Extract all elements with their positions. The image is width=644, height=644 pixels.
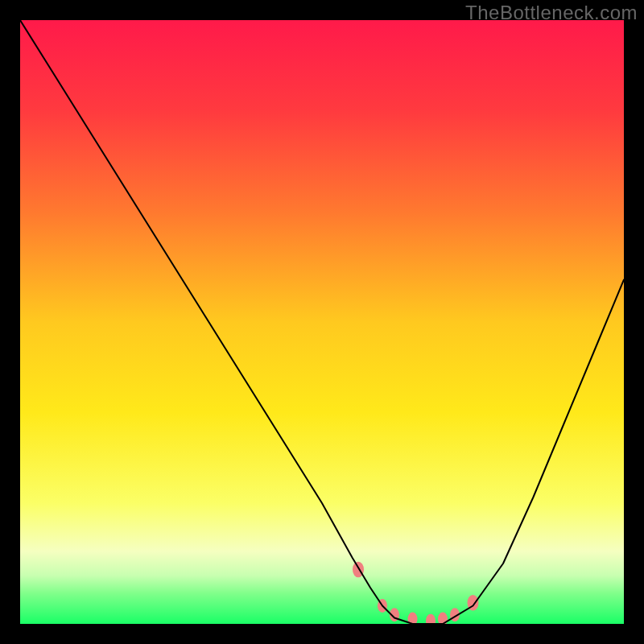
chart-area (20, 20, 624, 624)
chart-svg (20, 20, 624, 624)
watermark-label: TheBottleneck.com (465, 2, 638, 24)
chart-background (20, 20, 624, 624)
